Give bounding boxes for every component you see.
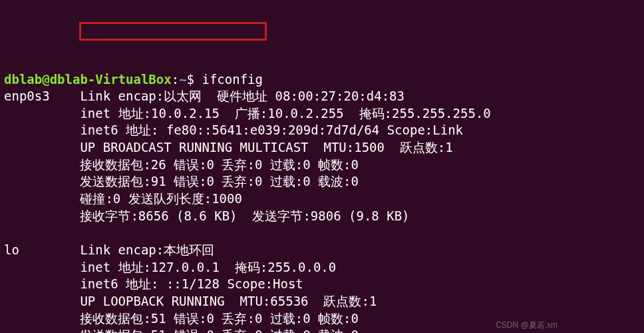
prompt-path: ~ (179, 72, 186, 87)
enp0s3-bytes: 接收字节:8656 (8.6 KB) 发送字节:9806 (9.8 KB) (4, 208, 410, 223)
terminal-output[interactable]: dblab@dblab-VirtualBox:~$ ifconfig enp0s… (4, 71, 641, 333)
enp0s3-link: enp0s3 Link encap:以太网 硬件地址 08:00:27:20:d… (4, 89, 404, 103)
lo-rx-packets: 接收数据包:51 错误:0 丢弃:0 过载:0 帧数:0 (4, 311, 359, 326)
lo-link: lo Link encap:本地环回 (4, 242, 214, 257)
enp0s3-inet6: inet6 地址: fe80::5641:e039:209d:7d7d/64 S… (4, 123, 463, 137)
enp0s3-inet-addr: inet 地址:10.0.2.15 (4, 106, 220, 121)
lo-flags: UP LOOPBACK RUNNING MTU:65536 跃点数:1 (4, 294, 377, 308)
enp0s3-tx-packets: 发送数据包:91 错误:0 丢弃:0 过载:0 载波:0 (4, 174, 359, 188)
prompt-sep-colon: : (172, 72, 179, 87)
prompt-dollar: $ (187, 72, 202, 87)
enp0s3-inet-rest: 广播:10.0.2.255 掩码:255.255.255.0 (220, 106, 491, 121)
enp0s3-collisions: 碰撞:0 发送队列长度:1000 (4, 191, 242, 206)
enp0s3-flags: UP BROADCAST RUNNING MULTICAST MTU:1500 … (4, 140, 453, 155)
command-text: ifconfig (202, 72, 263, 87)
lo-inet6: inet6 地址: ::1/128 Scope:Host (4, 276, 303, 291)
prompt-user: dblab@dblab-VirtualBox (4, 72, 172, 87)
annotation-box-inet-addr (79, 22, 267, 41)
lo-inet: inet 地址:127.0.0.1 掩码:255.0.0.0 (4, 260, 336, 274)
enp0s3-rx-packets: 接收数据包:26 错误:0 丢弃:0 过载:0 帧数:0 (4, 157, 359, 172)
lo-tx-packets: 发送数据包:51 错误:0 丢弃:0 过载:0 载波:0 (4, 328, 359, 333)
